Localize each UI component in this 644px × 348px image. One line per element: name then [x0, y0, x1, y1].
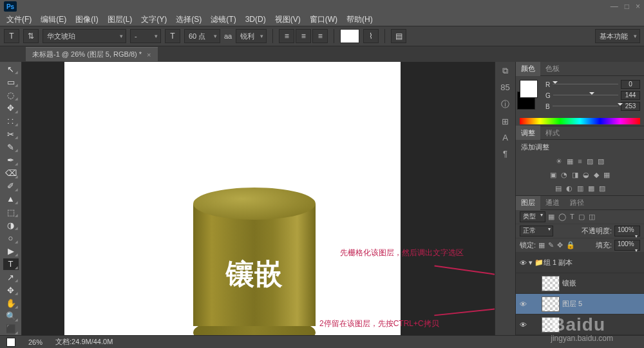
adjustment-icon[interactable]: ▨: [587, 157, 593, 166]
text-orientation-button[interactable]: ⇅: [23, 29, 39, 43]
tool-12[interactable]: ◑◢: [3, 219, 19, 231]
r-slider[interactable]: [553, 81, 618, 88]
filter-kind-icon[interactable]: ▦: [548, 213, 554, 221]
align-right-button[interactable]: ≡: [312, 29, 328, 43]
tool-10[interactable]: ▲◢: [3, 193, 19, 205]
menu-file[interactable]: 文件(F): [6, 14, 32, 25]
window-minimize[interactable]: —: [611, 2, 618, 11]
menu-filter[interactable]: 滤镜(T): [211, 14, 236, 25]
fill-input[interactable]: 100%: [614, 240, 640, 251]
adjustment-icon[interactable]: ▤: [555, 184, 562, 193]
g-slider[interactable]: [553, 92, 618, 99]
layer-row[interactable]: 👁▾ 📁组 1 副本: [516, 253, 644, 273]
visibility-toggle[interactable]: 👁: [517, 300, 529, 308]
canvas-area[interactable]: 镶嵌 先栅格化该图层，然后调出文字选区 2停留在该图层，先按CTRL+C拷贝: [22, 62, 495, 335]
visibility-toggle[interactable]: 👁: [517, 321, 529, 329]
tool-16[interactable]: ↗◢: [3, 271, 19, 283]
styles-tab[interactable]: 样式: [540, 126, 565, 140]
tool-3[interactable]: ✥◢: [3, 102, 19, 114]
adjustments-tab[interactable]: 调整: [516, 126, 540, 140]
paths-tab[interactable]: 路径: [565, 196, 589, 210]
tool-6[interactable]: ✎◢: [3, 141, 19, 153]
window-close[interactable]: ×: [636, 2, 640, 11]
menu-type[interactable]: 文字(Y): [141, 14, 167, 25]
channels-tab[interactable]: 通道: [540, 196, 565, 210]
tool-18[interactable]: ✋◢: [3, 297, 19, 309]
fgbg-mini[interactable]: [6, 338, 15, 347]
opacity-input[interactable]: 100%: [614, 226, 640, 237]
layers-tab[interactable]: 图层: [516, 196, 540, 210]
tool-14[interactable]: ▶◢: [3, 246, 19, 257]
warp-text-button[interactable]: ⌇: [363, 29, 379, 43]
layer-row[interactable]: 镶嵌: [516, 273, 644, 294]
adjustment-icon[interactable]: ◐: [566, 184, 573, 193]
b-slider[interactable]: [553, 103, 618, 110]
adjustment-icon[interactable]: ≡: [578, 157, 582, 166]
strip-icon[interactable]: ⓘ: [501, 99, 509, 110]
adjustment-icon[interactable]: ◆: [594, 171, 599, 179]
foreground-swatch[interactable]: [520, 80, 538, 98]
font-style-select[interactable]: -: [130, 29, 161, 43]
document[interactable]: 镶嵌: [64, 62, 401, 335]
strip-icon[interactable]: ⊞: [502, 117, 509, 126]
menu-3d[interactable]: 3D(D): [245, 15, 266, 24]
tool-17[interactable]: ✥◢: [3, 284, 19, 296]
adjustment-icon[interactable]: ▦: [567, 157, 573, 166]
tool-9[interactable]: ✐◢: [3, 180, 19, 192]
folder-icon[interactable]: ▾ 📁: [529, 258, 544, 267]
filter-kind-icon[interactable]: ◯: [558, 213, 566, 221]
tool-8[interactable]: ⌫◢: [3, 168, 19, 179]
strip-icon[interactable]: 85: [500, 82, 509, 92]
adjustment-icon[interactable]: ▩: [588, 184, 594, 193]
adjustment-icon[interactable]: ◔: [561, 171, 567, 179]
text-color-swatch[interactable]: [340, 29, 359, 43]
strip-icon[interactable]: ⧉: [502, 66, 508, 76]
lock-icon[interactable]: 🔒: [566, 241, 575, 249]
antialias-select[interactable]: 锐利: [236, 29, 267, 43]
layer-name[interactable]: 镶嵌: [562, 278, 576, 288]
align-center-button[interactable]: ≡: [296, 29, 311, 43]
tool-4[interactable]: ⸬◢: [3, 115, 19, 127]
adjustment-icon[interactable]: ▧: [598, 157, 604, 166]
tool-preset-button[interactable]: T: [4, 29, 19, 43]
font-family-select[interactable]: 华文琥珀: [43, 29, 126, 43]
filter-kind-icon[interactable]: ◫: [589, 213, 595, 221]
adjustment-icon[interactable]: ▨: [599, 184, 605, 193]
lock-icon[interactable]: ▦: [538, 241, 545, 249]
menu-image[interactable]: 图像(I): [75, 14, 98, 25]
menu-help[interactable]: 帮助(H): [346, 14, 373, 25]
tool-19[interactable]: 🔍◢: [3, 311, 19, 322]
swatches-tab[interactable]: 色板: [540, 62, 565, 76]
layer-name[interactable]: 图层 5: [562, 299, 582, 309]
tool-11[interactable]: ⬚◢: [3, 206, 19, 218]
adjustment-icon[interactable]: ▥: [577, 184, 583, 193]
tool-15[interactable]: T◢: [3, 258, 19, 270]
adjustment-icon[interactable]: ◨: [572, 171, 578, 179]
strip-icon[interactable]: ¶: [503, 149, 507, 159]
color-tab[interactable]: 颜色: [516, 62, 540, 76]
window-maximize[interactable]: □: [625, 2, 629, 11]
layer-row[interactable]: 👁图层 5: [516, 294, 644, 314]
visibility-toggle[interactable]: 👁: [517, 259, 529, 267]
menu-layer[interactable]: 图层(L): [108, 14, 133, 25]
menu-edit[interactable]: 编辑(E): [41, 14, 66, 25]
close-tab-icon[interactable]: ×: [147, 51, 151, 59]
font-size-select[interactable]: 60 点: [184, 29, 220, 43]
adjustment-icon[interactable]: ☀: [556, 157, 562, 166]
layer-name[interactable]: 组 1 副本: [544, 258, 573, 267]
tool-1[interactable]: ▭◢: [3, 76, 19, 88]
document-tab[interactable]: 未标题-1 @ 26% (图层 5, RGB/8) * ×: [26, 47, 158, 61]
strip-icon[interactable]: A: [502, 133, 508, 142]
menu-view[interactable]: 视图(V): [275, 14, 301, 25]
menu-window[interactable]: 窗口(W): [310, 14, 337, 25]
menu-select[interactable]: 选择(S): [176, 14, 202, 25]
b-value[interactable]: 253: [621, 102, 640, 111]
tool-13[interactable]: ○◢: [3, 232, 19, 244]
tool-0[interactable]: ↖◢: [3, 63, 19, 75]
layer-thumb[interactable]: [542, 296, 560, 312]
filter-kind-icon[interactable]: ▢: [578, 213, 585, 221]
tool-20[interactable]: ⬛◢: [3, 324, 19, 335]
g-value[interactable]: 144: [621, 91, 640, 100]
tool-5[interactable]: ✂◢: [3, 128, 19, 140]
zoom-level[interactable]: 26%: [28, 338, 43, 346]
